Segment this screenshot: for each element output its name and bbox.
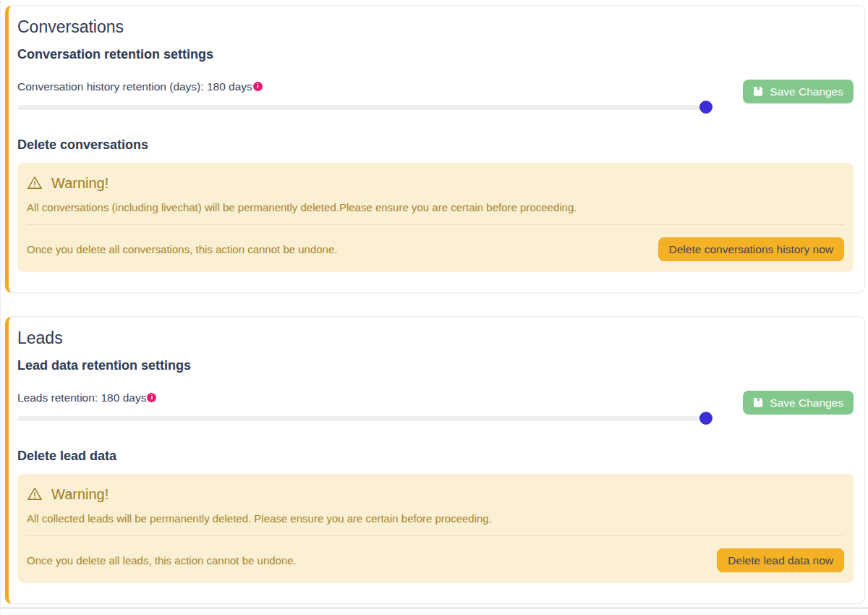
conversations-card: Conversations Conversation retention set…	[5, 5, 865, 293]
lead-retention-settings-heading: Lead data retention settings	[17, 358, 854, 373]
warning-divider	[27, 535, 844, 536]
delete-conversations-button[interactable]: Delete conversations history now	[658, 237, 844, 261]
leads-title: Leads	[17, 328, 854, 348]
lead-retention-slider-label-text: Leads retention: 180 days	[17, 391, 146, 404]
retention-settings-heading: Conversation retention settings	[17, 47, 854, 62]
warning-body-text: All conversations (including livechat) w…	[27, 202, 844, 213]
info-icon[interactable]: i	[147, 393, 156, 402]
delete-conversations-heading: Delete conversations	[17, 137, 854, 152]
warning-alert: Warning! All collected leads will be per…	[17, 474, 854, 583]
warning-header: Warning!	[27, 174, 844, 192]
slider-thumb[interactable]	[699, 101, 712, 114]
page-title: Conversations	[17, 17, 854, 37]
lead-retention-row: Leads retention: 180 daysi Save Changes	[17, 391, 854, 425]
retention-slider-group: Conversation history retention (days): 1…	[17, 80, 706, 114]
save-icon	[753, 86, 764, 97]
retention-row: Conversation history retention (days): 1…	[17, 80, 854, 114]
delete-lead-data-heading: Delete lead data	[17, 449, 854, 463]
delete-lead-data-button[interactable]: Delete lead data now	[717, 548, 844, 572]
lead-retention-slider-group: Leads retention: 180 daysi	[17, 391, 706, 425]
warning-title: Warning!	[51, 174, 109, 192]
warning-alert: Warning! All conversations (including li…	[17, 163, 854, 272]
retention-slider-label-text: Conversation history retention (days): 1…	[17, 80, 252, 93]
next-section-top-edge	[1, 607, 868, 609]
warning-body-text: All collected leads will be permanently …	[27, 513, 844, 525]
warning-note-text: Once you delete all conversations, this …	[27, 244, 337, 255]
warning-note-text: Once you delete all leads, this action c…	[27, 555, 297, 567]
retention-slider[interactable]	[17, 101, 706, 114]
warning-footer: Once you delete all leads, this action c…	[27, 548, 844, 572]
slider-track[interactable]	[17, 105, 706, 110]
save-changes-button[interactable]: Save Changes	[743, 391, 854, 415]
warning-triangle-icon	[27, 486, 43, 502]
warning-title: Warning!	[51, 485, 109, 503]
lead-retention-slider[interactable]	[17, 412, 706, 425]
warning-footer: Once you delete all conversations, this …	[27, 237, 844, 261]
save-button-label: Save Changes	[770, 85, 843, 98]
retention-slider-label: Conversation history retention (days): 1…	[17, 80, 706, 93]
save-changes-button[interactable]: Save Changes	[743, 80, 854, 103]
save-button-label: Save Changes	[770, 396, 843, 409]
warning-header: Warning!	[27, 485, 844, 503]
warning-divider	[27, 224, 844, 225]
lead-retention-slider-label: Leads retention: 180 daysi	[17, 391, 706, 404]
leads-card: Leads Lead data retention settings Leads…	[5, 316, 865, 604]
slider-track[interactable]	[17, 416, 706, 421]
info-icon[interactable]: i	[253, 82, 263, 91]
slider-thumb[interactable]	[699, 412, 712, 425]
warning-triangle-icon	[27, 175, 43, 191]
save-icon	[753, 397, 764, 408]
